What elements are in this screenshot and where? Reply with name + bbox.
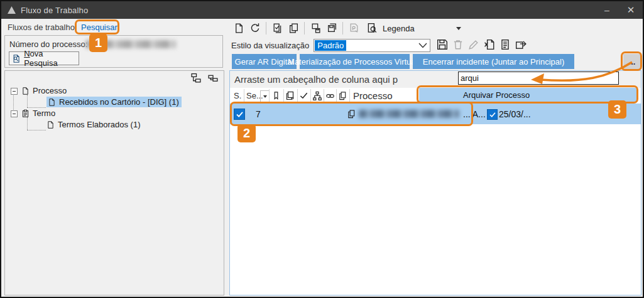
toolbar-separator: [266, 22, 266, 35]
row-processo-value-redacted: [359, 110, 459, 118]
chevron-down-icon: [418, 43, 427, 48]
row-truncated-meta: ... A...: [463, 104, 486, 124]
encerrar-incidente-button[interactable]: Encerrar incidente (Juntar ao Principal): [413, 54, 574, 69]
column-header-processo[interactable]: Processo: [353, 88, 393, 104]
view-style-bar: Estilo da visualização Padrão: [231, 37, 527, 53]
new-search-label: Nova Pesquisa: [24, 49, 76, 68]
worklist-toolbar: Legenda: [231, 20, 465, 36]
document-icon: [48, 98, 56, 107]
tab-fluxos-de-trabalho[interactable]: Fluxos de trabalho: [8, 23, 75, 32]
sequence-filter-dropdown[interactable]: [260, 90, 270, 102]
view-style-combobox[interactable]: Padrão: [314, 39, 430, 52]
chevron-down-icon: [456, 27, 461, 30]
column-header-hierarchy-icon[interactable]: [312, 88, 322, 104]
new-search-button[interactable]: Nova Pesquisa: [9, 51, 79, 65]
column-separator: [349, 89, 350, 102]
tree-node-processo[interactable]: Processo: [21, 85, 67, 96]
tree-connector: [27, 117, 28, 130]
dropdown-arrow-icon: [263, 95, 267, 98]
tree-connector: [13, 93, 14, 112]
copy-documents-icon[interactable]: [286, 21, 301, 36]
clipboard-icon: [21, 109, 30, 118]
process-number-value-redacted: [85, 40, 176, 48]
gerar-ar-digital-button[interactable]: Gerar AR Digital: [232, 54, 297, 69]
tree-node-label: Termos Elaborados (1): [58, 120, 141, 129]
workflow-window: Fluxo de Trabalho – ✕ Fluxos de trabalho…: [0, 0, 644, 298]
column-separator: [297, 89, 298, 102]
export-excel-icon[interactable]: [484, 39, 495, 52]
group-by-hint: Arraste um cabeçalho de coluna aqui p: [234, 74, 398, 85]
column-separator: [244, 89, 244, 102]
title-bar: Fluxo de Trabalho – ✕: [1, 1, 643, 19]
materializacao-button[interactable]: Materialização de Processos Virtuais: [300, 54, 410, 69]
document-save-icon[interactable]: [308, 21, 323, 36]
document-icon: [21, 87, 30, 95]
app-logo-icon: [8, 6, 16, 14]
worklist-row[interactable]: 7 ... A... 25/03/...: [230, 104, 641, 124]
tab-pesquisar[interactable]: Pesquisar: [81, 23, 117, 32]
toolbar-separator: [342, 22, 343, 35]
refresh-icon[interactable]: [248, 21, 263, 36]
tree-node-label: Recebidos no Cartório - [DIG] (1): [59, 97, 179, 107]
window-title: Fluxo de Trabalho: [21, 6, 88, 15]
process-search-groupbox: Número do processo: Nova Pesquisa: [4, 35, 223, 68]
column-separator: [336, 89, 337, 102]
close-button[interactable]: ✕: [620, 1, 641, 19]
column-separator: [310, 89, 311, 102]
legend-dropdown[interactable]: Legenda: [363, 21, 465, 36]
delete-view-icon: [452, 39, 464, 52]
tree-node-label: Processo: [33, 86, 67, 95]
collapse-all-icon[interactable]: [190, 73, 202, 85]
row-flag-checkbox-checked[interactable]: [487, 109, 498, 120]
column-header-bookmark-icon[interactable]: [271, 88, 281, 104]
search-document-icon: [12, 54, 21, 63]
column-header-selection[interactable]: S.: [234, 88, 241, 104]
expand-all-icon[interactable]: [207, 73, 219, 85]
row-date: 25/03/...: [499, 104, 531, 124]
column-separator: [324, 89, 324, 102]
open-external-icon[interactable]: [515, 39, 527, 52]
row-sequence: 7: [256, 104, 261, 124]
new-document-icon[interactable]: [231, 21, 246, 36]
process-number-label: Número do processo:: [9, 40, 87, 49]
tree-node-label: Termo: [33, 109, 55, 118]
search-legend-icon: [366, 23, 378, 34]
save-all-icon[interactable]: [324, 21, 339, 36]
minimize-button[interactable]: –: [596, 1, 618, 19]
row-attachments-icon: [347, 104, 356, 124]
column-header-attachments-icon[interactable]: [338, 88, 347, 104]
toolbar-separator: [304, 22, 305, 35]
legend-label: Legenda: [383, 24, 415, 33]
workflow-tree: Processo Recebidos no Cartório - [DIG] (…: [4, 70, 224, 295]
action-buttons-bar: Gerar AR Digital Materialização de Proce…: [229, 53, 643, 70]
tree-connector: [27, 130, 46, 130]
column-header-check-icon[interactable]: [299, 88, 308, 104]
view-style-value: Padrão: [315, 40, 346, 51]
row-selection-checkbox-checked[interactable]: [234, 109, 245, 120]
document-check-icon[interactable]: [270, 21, 285, 36]
worklist-grid: Arraste um cabeçalho de coluna aqui p S.…: [229, 70, 641, 295]
view-style-label: Estilo da visualização: [231, 41, 309, 50]
tree-collapse-toggle[interactable]: [11, 110, 18, 117]
process-document-icon: [346, 21, 361, 36]
worklist-panel: Legenda Estilo da visualização Padrão: [229, 19, 643, 297]
report-icon[interactable]: [499, 39, 511, 52]
save-view-icon[interactable]: [437, 39, 448, 52]
column-filter-input[interactable]: [458, 72, 619, 85]
workflow-sidebar: Fluxos de trabalho Pesquisar Número do p…: [1, 19, 226, 297]
column-header-copy-move-icon[interactable]: [285, 88, 295, 104]
column-separator: [269, 89, 270, 102]
column-header-link-icon[interactable]: [325, 88, 336, 104]
more-actions-button[interactable]: ...: [623, 54, 641, 69]
tree-node-termo[interactable]: Termo: [21, 108, 55, 119]
suggestion-item-arquivar-processo[interactable]: Arquivar Processo: [419, 88, 637, 102]
document-icon: [46, 120, 55, 129]
edit-view-icon: [468, 39, 479, 52]
tree-connector: [27, 95, 28, 107]
tree-collapse-toggle[interactable]: [11, 88, 18, 95]
column-separator: [283, 89, 284, 102]
tree-node-recebidos-cartorio[interactable]: Recebidos no Cartório - [DIG] (1): [46, 97, 182, 107]
tree-node-termos-elaborados[interactable]: Termos Elaborados (1): [46, 119, 141, 130]
